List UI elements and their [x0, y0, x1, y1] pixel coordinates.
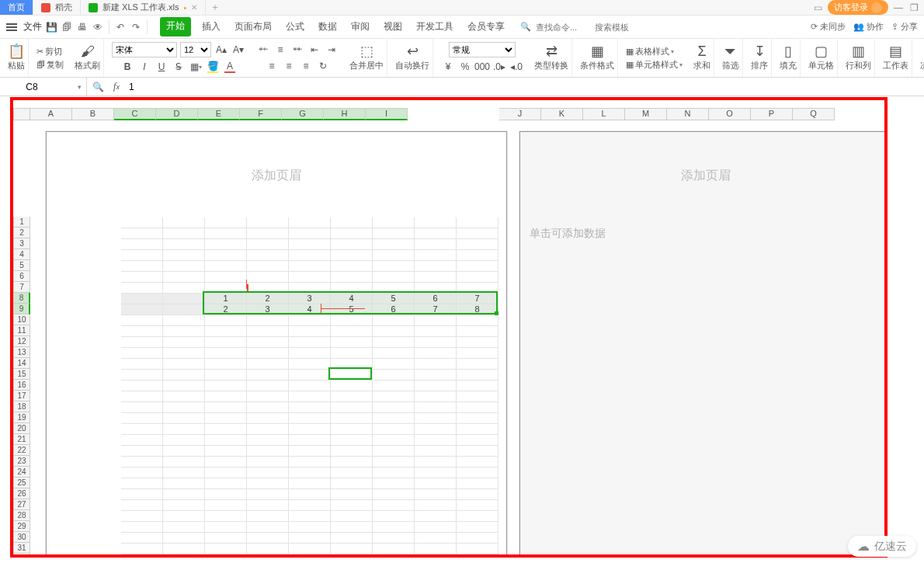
- cell[interactable]: [415, 217, 457, 228]
- cell[interactable]: [163, 228, 205, 239]
- cell[interactable]: 2: [205, 304, 247, 315]
- cell[interactable]: [163, 467, 205, 478]
- save-as-icon[interactable]: 🗐: [61, 21, 73, 33]
- cell[interactable]: [163, 217, 205, 228]
- cell[interactable]: [289, 478, 331, 489]
- page2-placeholder[interactable]: 单击可添加数据: [530, 227, 606, 241]
- cell[interactable]: [163, 348, 205, 359]
- ribbon-tab-data[interactable]: 数据: [315, 17, 340, 36]
- cell[interactable]: [163, 250, 205, 261]
- cell[interactable]: 7: [415, 304, 457, 315]
- redo-icon[interactable]: ↷: [130, 21, 142, 33]
- cell[interactable]: [205, 402, 247, 413]
- font-select[interactable]: 宋体: [112, 42, 177, 57]
- cell[interactable]: [331, 391, 373, 402]
- cell[interactable]: 8: [457, 304, 498, 315]
- cell[interactable]: [247, 261, 289, 272]
- cell[interactable]: [415, 446, 457, 457]
- cell[interactable]: [163, 391, 205, 402]
- cell[interactable]: [373, 467, 415, 478]
- cell[interactable]: [121, 239, 163, 250]
- cell[interactable]: [373, 446, 415, 457]
- cell[interactable]: 4: [289, 304, 331, 315]
- cell[interactable]: [331, 326, 373, 337]
- tab-home[interactable]: 首页: [0, 0, 33, 15]
- search-tpl-input[interactable]: [595, 23, 649, 32]
- cell[interactable]: [163, 522, 205, 533]
- cell[interactable]: [373, 261, 415, 272]
- inc-size-icon[interactable]: A▴: [214, 43, 228, 57]
- cell[interactable]: [373, 228, 415, 239]
- cell[interactable]: [289, 402, 331, 413]
- cell[interactable]: [247, 402, 289, 413]
- cell[interactable]: [121, 391, 163, 402]
- cell[interactable]: [289, 500, 331, 511]
- coop-button[interactable]: 👥 协作: [853, 21, 884, 33]
- print-icon[interactable]: 🖶: [76, 21, 89, 33]
- cell[interactable]: [331, 544, 373, 554]
- sort-group[interactable]: ↧排序: [748, 39, 772, 77]
- cell[interactable]: [121, 544, 163, 554]
- cell-group[interactable]: ▢单元格: [805, 39, 838, 77]
- ribbon-tab-dev[interactable]: 开发工具: [413, 17, 457, 36]
- cell[interactable]: [121, 326, 163, 337]
- cell[interactable]: [121, 228, 163, 239]
- cell[interactable]: [247, 500, 289, 511]
- cell[interactable]: [289, 283, 331, 294]
- cell[interactable]: [331, 500, 373, 511]
- cell[interactable]: [331, 467, 373, 478]
- row-header-14[interactable]: 14: [13, 358, 30, 369]
- cell[interactable]: [457, 370, 498, 381]
- page1-grid[interactable]: 12345672345678: [47, 217, 506, 554]
- command-search[interactable]: 🔍: [520, 22, 649, 32]
- cell[interactable]: [247, 370, 289, 381]
- cell-style-button[interactable]: ▦ 单元格样式 ▾: [626, 59, 683, 71]
- cell[interactable]: [289, 544, 331, 554]
- tab-new[interactable]: ＋: [206, 0, 224, 15]
- cell[interactable]: [247, 381, 289, 391]
- cell[interactable]: [205, 500, 247, 511]
- cell[interactable]: [415, 544, 457, 554]
- name-box-dropdown-icon[interactable]: ▾: [78, 83, 82, 91]
- window-min-icon[interactable]: —: [893, 2, 904, 13]
- cell[interactable]: [373, 337, 415, 348]
- cell[interactable]: [205, 511, 247, 522]
- cell[interactable]: [373, 457, 415, 467]
- preview-icon[interactable]: 👁: [92, 21, 104, 33]
- row-header-4[interactable]: 4: [13, 249, 30, 260]
- row-header-32[interactable]: 32: [13, 554, 30, 554]
- cell[interactable]: [415, 478, 457, 489]
- row-header-30[interactable]: 30: [13, 532, 30, 543]
- cell[interactable]: [121, 489, 163, 500]
- cell[interactable]: [247, 391, 289, 402]
- cell[interactable]: 3: [289, 294, 331, 304]
- login-button[interactable]: 访客登录: [828, 0, 888, 15]
- row-header-19[interactable]: 19: [13, 412, 30, 423]
- cell[interactable]: [331, 457, 373, 467]
- cell[interactable]: [415, 272, 457, 283]
- cell[interactable]: [373, 217, 415, 228]
- cell[interactable]: [247, 413, 289, 424]
- cell[interactable]: [289, 272, 331, 283]
- underline-button[interactable]: U: [155, 60, 168, 74]
- cell[interactable]: 5: [331, 304, 373, 315]
- cell[interactable]: [289, 457, 331, 467]
- cell[interactable]: [247, 348, 289, 359]
- cell[interactable]: [457, 413, 498, 424]
- cell[interactable]: [331, 228, 373, 239]
- col-header-B[interactable]: B: [72, 108, 114, 120]
- cell[interactable]: [331, 446, 373, 457]
- col-header-D[interactable]: D: [156, 108, 198, 120]
- cell[interactable]: [457, 467, 498, 478]
- cell[interactable]: [289, 533, 331, 544]
- cell[interactable]: [457, 326, 498, 337]
- font-color-button[interactable]: A: [223, 60, 237, 74]
- cell[interactable]: [205, 381, 247, 391]
- cell[interactable]: [457, 239, 498, 250]
- cell[interactable]: [121, 457, 163, 467]
- cell[interactable]: [415, 391, 457, 402]
- dec-dec-icon[interactable]: ◂.0: [509, 60, 523, 74]
- cell[interactable]: [163, 424, 205, 435]
- row-header-5[interactable]: 5: [13, 260, 30, 271]
- cell[interactable]: [247, 467, 289, 478]
